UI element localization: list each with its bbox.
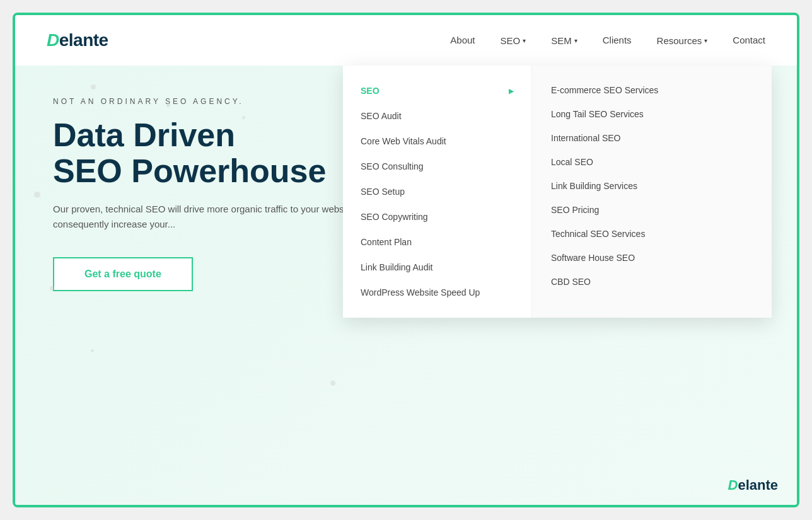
menu-item-link-building-audit[interactable]: Link Building Audit bbox=[343, 255, 531, 280]
menu-item-wordpress-speed[interactable]: WordPress Website Speed Up bbox=[343, 280, 531, 305]
deco-dot-3 bbox=[242, 116, 245, 119]
logo[interactable]: Delante bbox=[47, 30, 108, 50]
deco-dot-5 bbox=[50, 286, 54, 291]
resources-caret-icon: ▾ bbox=[704, 37, 707, 44]
menu-item-seo-copywriting[interactable]: SEO Copywriting bbox=[343, 204, 531, 229]
nav-item-resources[interactable]: Resources ▾ bbox=[657, 35, 708, 46]
nav-link-contact[interactable]: Contact bbox=[733, 35, 765, 45]
nav-item-about[interactable]: About bbox=[450, 35, 475, 46]
menu-item-ecommerce-seo[interactable]: E-commerce SEO Services bbox=[532, 78, 772, 102]
mega-menu-left-column: SEO ▶ SEO Audit Core Web Vitals Audit SE… bbox=[343, 66, 532, 318]
nav-link-clients[interactable]: Clients bbox=[603, 35, 632, 45]
deco-dot-6 bbox=[91, 349, 94, 352]
seo-caret-icon: ▾ bbox=[523, 37, 526, 44]
sem-caret-icon: ▾ bbox=[574, 37, 577, 44]
menu-item-long-tail-seo[interactable]: Long Tail SEO Services bbox=[532, 102, 772, 126]
menu-item-international-seo[interactable]: International SEO bbox=[532, 126, 772, 150]
menu-item-content-plan[interactable]: Content Plan bbox=[343, 229, 531, 255]
cta-button[interactable]: Get a free quote bbox=[53, 257, 193, 291]
footer-logo: Delante bbox=[728, 477, 778, 494]
menu-item-seo-audit[interactable]: SEO Audit bbox=[343, 103, 531, 129]
logo-d: D bbox=[47, 30, 59, 50]
nav-item-sem[interactable]: SEM ▾ bbox=[551, 35, 577, 46]
menu-item-seo-setup[interactable]: SEO Setup bbox=[343, 179, 531, 204]
chevron-right-icon: ▶ bbox=[509, 88, 514, 95]
nav-link-about[interactable]: About bbox=[450, 35, 475, 45]
logo-suffix: elante bbox=[59, 30, 108, 50]
menu-item-cbd-seo[interactable]: CBD SEO bbox=[532, 270, 772, 294]
footer-logo-suffix: elante bbox=[738, 477, 778, 493]
menu-item-seo-consulting[interactable]: SEO Consulting bbox=[343, 154, 531, 179]
nav-link-resources[interactable]: Resources ▾ bbox=[657, 35, 708, 46]
mega-menu: SEO ▶ SEO Audit Core Web Vitals Audit SE… bbox=[343, 66, 772, 318]
nav-item-contact[interactable]: Contact bbox=[733, 35, 765, 46]
deco-dot-4 bbox=[34, 192, 40, 198]
page-container: Delante About SEO ▾ SEM ▾ Clients bbox=[13, 13, 799, 507]
deco-dot-2 bbox=[166, 103, 170, 107]
deco-dot-7 bbox=[330, 381, 335, 386]
menu-item-seo-pricing[interactable]: SEO Pricing bbox=[532, 198, 772, 222]
menu-item-seo[interactable]: SEO ▶ bbox=[343, 78, 531, 103]
menu-item-link-building-services[interactable]: Link Building Services bbox=[532, 174, 772, 198]
nav-link-seo[interactable]: SEO ▾ bbox=[501, 35, 526, 46]
mega-menu-right-column: E-commerce SEO Services Long Tail SEO Se… bbox=[532, 66, 772, 318]
menu-item-local-seo[interactable]: Local SEO bbox=[532, 150, 772, 174]
nav-menu: About SEO ▾ SEM ▾ Clients Resources bbox=[450, 35, 765, 46]
nav-item-seo[interactable]: SEO ▾ bbox=[501, 35, 526, 46]
menu-item-core-web-vitals[interactable]: Core Web Vitals Audit bbox=[343, 129, 531, 154]
menu-item-technical-seo[interactable]: Technical SEO Services bbox=[532, 222, 772, 246]
menu-item-software-house-seo[interactable]: Software House SEO bbox=[532, 246, 772, 270]
nav-link-sem[interactable]: SEM ▾ bbox=[551, 35, 577, 46]
nav-item-clients[interactable]: Clients bbox=[603, 35, 632, 46]
deco-dot-1 bbox=[91, 84, 96, 90]
footer-logo-d: D bbox=[728, 477, 738, 493]
navbar: Delante About SEO ▾ SEM ▾ Clients bbox=[15, 15, 797, 66]
